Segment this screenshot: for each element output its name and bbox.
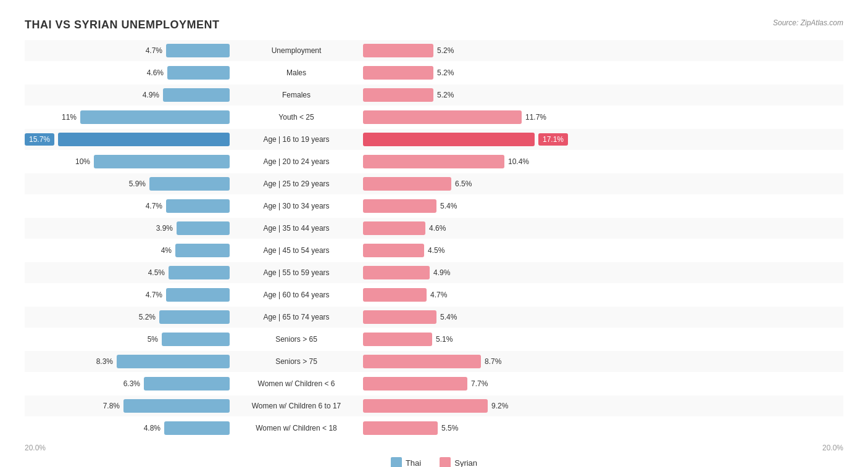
- syrian-bar: [363, 333, 432, 346]
- bar-row: 5.2% Age | 65 to 74 years 5.4%: [25, 307, 843, 328]
- left-axis-label: 20.0%: [25, 444, 46, 452]
- left-section: 5.2%: [25, 310, 235, 324]
- bar-row: 4.6% Males 5.2%: [25, 62, 843, 83]
- right-section: 5.4%: [358, 310, 568, 324]
- row-label: Age | 65 to 74 years: [235, 313, 358, 321]
- left-section: 4%: [25, 244, 235, 257]
- syrian-value: 7.7%: [471, 379, 488, 388]
- right-section: 5.1%: [358, 333, 568, 346]
- right-section: 7.7%: [358, 377, 568, 391]
- right-section: 17.1%: [358, 133, 568, 146]
- thai-value: 6.3%: [123, 379, 140, 388]
- bar-row: 7.8% Women w/ Children 6 to 17 9.2%: [25, 395, 843, 416]
- bar-row: 4.5% Age | 55 to 59 years 4.9%: [25, 262, 843, 283]
- legend-syrian-label: Syrian: [454, 458, 477, 468]
- syrian-value: 5.2%: [437, 91, 454, 99]
- bar-row: 3.9% Age | 35 to 44 years 4.6%: [25, 218, 843, 239]
- syrian-value: 4.7%: [430, 291, 447, 299]
- right-section: 4.9%: [358, 266, 568, 279]
- row-label: Unemployment: [235, 46, 358, 55]
- bar-row: 4.7% Age | 30 to 34 years 5.4%: [25, 196, 843, 217]
- thai-value: 4.7%: [146, 291, 162, 299]
- legend-thai: Thai: [391, 457, 421, 467]
- syrian-bar: [363, 155, 504, 168]
- thai-value: 4.7%: [146, 202, 162, 210]
- thai-value: 8.3%: [96, 357, 113, 366]
- syrian-value: 5.2%: [437, 46, 454, 55]
- right-section: 5.2%: [358, 44, 568, 57]
- syrian-bar: [363, 177, 451, 191]
- thai-value: 7.8%: [103, 402, 120, 410]
- thai-bar: [117, 355, 230, 368]
- thai-value: 4.7%: [146, 46, 162, 55]
- syrian-bar: [363, 88, 433, 102]
- syrian-value: 5.2%: [437, 68, 454, 77]
- left-section: 10%: [25, 155, 235, 168]
- thai-bar: [166, 199, 230, 213]
- thai-value: 4.8%: [144, 424, 161, 432]
- bar-row: 4.7% Age | 60 to 64 years 4.7%: [25, 284, 843, 305]
- syrian-value: 11.7%: [525, 113, 546, 122]
- right-section: 5.5%: [358, 421, 568, 435]
- thai-value: 5.9%: [129, 180, 146, 188]
- syrian-value: 4.9%: [433, 268, 450, 277]
- left-section: 5.9%: [25, 177, 235, 191]
- thai-value: 3.9%: [156, 224, 173, 233]
- thai-value: 4.9%: [143, 91, 159, 99]
- syrian-value: 4.6%: [429, 224, 446, 233]
- right-section: 4.5%: [358, 244, 568, 257]
- axis-row: 20.0% 20.0%: [25, 444, 843, 452]
- bar-row: 10% Age | 20 to 24 years 10.4%: [25, 151, 843, 172]
- left-section: 4.7%: [25, 44, 235, 57]
- thai-bar: [159, 310, 230, 324]
- left-section: 4.7%: [25, 288, 235, 302]
- right-section: 11.7%: [358, 110, 568, 124]
- chart-body: 4.7% Unemployment 5.2% 4.6% Males 5.2% 4…: [25, 40, 843, 439]
- syrian-value: 4.5%: [428, 246, 444, 255]
- thai-bar: [123, 399, 230, 413]
- thai-bar: [166, 288, 230, 302]
- right-section: 5.2%: [358, 88, 568, 102]
- left-section: 15.7%: [25, 133, 235, 146]
- thai-bar: [166, 44, 230, 57]
- thai-value: 4.6%: [147, 68, 164, 77]
- row-label: Seniors > 65: [235, 335, 358, 344]
- row-label: Seniors > 75: [235, 357, 358, 366]
- thai-bar: [169, 266, 230, 279]
- row-label: Age | 45 to 54 years: [235, 246, 358, 255]
- legend-syrian: Syrian: [440, 457, 477, 467]
- right-section: 4.7%: [358, 288, 568, 302]
- bar-row: 4.7% Unemployment 5.2%: [25, 40, 843, 61]
- chart-header: THAI VS SYRIAN UNEMPLOYMENT Source: ZipA…: [25, 19, 843, 31]
- right-section: 8.7%: [358, 355, 568, 368]
- row-label: Males: [235, 68, 358, 77]
- syrian-bar: [363, 199, 436, 213]
- chart-container: THAI VS SYRIAN UNEMPLOYMENT Source: ZipA…: [12, 12, 856, 467]
- right-section: 5.4%: [358, 199, 568, 213]
- left-section: 3.9%: [25, 221, 235, 235]
- syrian-bar: [363, 266, 430, 279]
- bar-row: 6.3% Women w/ Children < 6 7.7%: [25, 373, 843, 394]
- thai-bar: [149, 177, 230, 191]
- syrian-bar: [363, 221, 425, 235]
- left-section: 8.3%: [25, 355, 235, 368]
- syrian-bar: [363, 244, 424, 257]
- syrian-bar: [363, 288, 427, 302]
- thai-bar: [167, 66, 230, 80]
- thai-bar: [58, 133, 230, 146]
- thai-bar: [163, 88, 230, 102]
- row-label: Age | 35 to 44 years: [235, 224, 358, 233]
- syrian-value: 5.4%: [440, 202, 457, 210]
- legend: Thai Syrian: [25, 457, 843, 467]
- chart-title: THAI VS SYRIAN UNEMPLOYMENT: [25, 19, 220, 31]
- thai-value: 4.5%: [148, 268, 165, 277]
- syrian-bar: [363, 377, 467, 391]
- chart-source: Source: ZipAtlas.com: [773, 19, 843, 27]
- row-label: Age | 30 to 34 years: [235, 202, 358, 210]
- thai-bar: [94, 155, 230, 168]
- syrian-value: 6.5%: [455, 180, 472, 188]
- row-label: Age | 16 to 19 years: [235, 135, 358, 144]
- thai-value: 5.2%: [139, 313, 156, 321]
- thai-bar: [175, 244, 230, 257]
- syrian-value: 5.4%: [440, 313, 457, 321]
